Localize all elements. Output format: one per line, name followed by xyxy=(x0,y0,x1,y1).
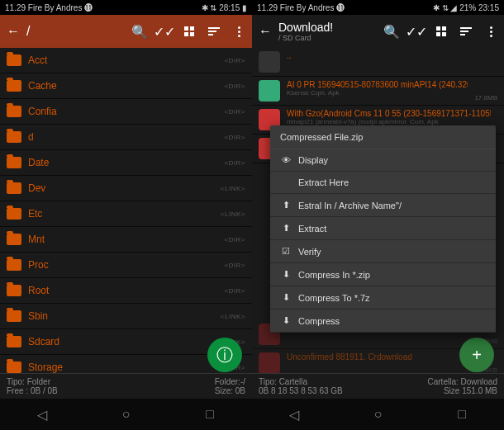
menu-item-label: Estral In / Archive Name"/ xyxy=(298,201,402,210)
check-icon[interactable]: ✓✓ xyxy=(408,23,425,40)
folder-icon xyxy=(7,80,21,92)
footer: Tipo: FolderFree : 0B / 0B Folder:-/Size… xyxy=(0,373,252,399)
dir-tag: <DIR> xyxy=(224,57,245,64)
dir-tag: <DIR> xyxy=(224,236,245,243)
more-icon[interactable] xyxy=(231,23,247,40)
folder-icon xyxy=(7,259,21,271)
folder-name: Sdcard xyxy=(28,336,214,347)
dir-tag: <LINK> xyxy=(221,210,245,218)
sort-icon[interactable] xyxy=(206,23,222,40)
folder-icon xyxy=(7,131,21,143)
sort-icon[interactable] xyxy=(458,23,474,40)
dir-tag: <LINK> xyxy=(221,313,245,320)
nav-recent-icon[interactable]: □ xyxy=(454,406,470,423)
search-icon[interactable]: 🔍 xyxy=(383,23,400,40)
nav-home-icon[interactable]: ○ xyxy=(117,406,134,423)
dir-tag: <DIR> xyxy=(224,287,245,295)
menu-item-label: Display xyxy=(298,155,328,165)
menu-item-icon: ⬆ xyxy=(280,223,292,234)
folder-name: Etc xyxy=(28,208,214,220)
file-list[interactable]: Acct <DIR> Cache <DIR> Confia <DIR> d <D… xyxy=(0,48,252,373)
folder-name: Dev xyxy=(28,182,214,194)
more-icon[interactable] xyxy=(483,23,499,40)
menu-item[interactable]: ⬇ Compress xyxy=(270,310,496,333)
nav-recent-icon[interactable]: □ xyxy=(202,406,218,423)
file-row[interactable]: AI 0 PR 156940515-80783600 minAPI14 (240… xyxy=(252,77,504,106)
folder-icon xyxy=(7,182,21,194)
dir-tag: <DIR> xyxy=(224,134,245,141)
dir-tag: <DIR> xyxy=(224,83,245,90)
folder-name: d xyxy=(28,131,217,143)
app-icon xyxy=(259,80,280,102)
folder-icon xyxy=(7,234,21,245)
folder-icon xyxy=(7,310,21,322)
search-icon[interactable]: 🔍 xyxy=(131,23,148,40)
dir-tag: <DIR> xyxy=(224,108,245,116)
nav-bar: ◁ ○ □ xyxy=(252,399,504,430)
file-row[interactable]: .. xyxy=(252,48,504,77)
menu-item[interactable]: ⬆ Estral In / Archive Name"/ xyxy=(270,194,496,217)
fab-info[interactable]: ⓘ xyxy=(207,338,242,372)
context-menu: Compressed File.zip 👁 Display Extract He… xyxy=(270,125,496,333)
menu-item-icon: ⬇ xyxy=(280,292,292,303)
folder-row[interactable]: Proc <DIR> xyxy=(0,253,252,278)
folder-name: Confia xyxy=(28,106,217,117)
folder-row[interactable]: Mnt <DIR> xyxy=(0,227,252,253)
folder-icon xyxy=(7,208,21,220)
folder-row[interactable]: Cache <DIR> xyxy=(0,73,252,99)
nav-back-icon[interactable]: ◁ xyxy=(286,406,302,423)
grid-icon[interactable] xyxy=(181,23,197,40)
check-icon[interactable]: ✓✓ xyxy=(156,23,173,40)
menu-item[interactable]: ☑ Verify xyxy=(270,240,496,263)
menu-item[interactable]: ⬆ Extract xyxy=(270,217,496,240)
menu-item[interactable]: Extract Here xyxy=(270,172,496,194)
folder-row[interactable]: Dev <LINK> xyxy=(0,176,252,201)
folder-icon xyxy=(7,336,21,347)
folder-row[interactable]: Root <DIR> xyxy=(0,278,252,304)
folder-name: Proc xyxy=(28,259,217,271)
menu-item[interactable]: ⬇ Compress In *.zip xyxy=(270,263,496,286)
menu-item[interactable]: 👁 Display xyxy=(270,149,496,172)
app-icon xyxy=(259,51,280,73)
menu-item-label: Verify xyxy=(298,247,321,257)
dir-tag: <LINK> xyxy=(221,185,245,192)
left-pane: 11.29 Fire By Andres ⓫ ✱ ⇅ 28:15 ▮ ← / 🔍… xyxy=(0,0,252,430)
folder-name: Storage xyxy=(28,361,217,373)
folder-row[interactable]: Date <DIR> xyxy=(0,150,252,176)
folder-name: Cache xyxy=(28,80,217,92)
folder-icon xyxy=(7,285,21,296)
dir-tag: <DIR> xyxy=(224,262,245,269)
fab-add[interactable]: + xyxy=(459,338,494,372)
menu-item[interactable]: ⬇ Compress To *.7z xyxy=(270,286,496,310)
menu-item-icon: ⬆ xyxy=(280,200,292,210)
folder-row[interactable]: Etc <LINK> xyxy=(0,201,252,227)
nav-back-icon[interactable]: ◁ xyxy=(34,406,50,423)
menu-item-label: Compress To *.7z xyxy=(298,293,370,303)
menu-item-icon: ⬇ xyxy=(280,269,292,280)
grid-icon[interactable] xyxy=(433,23,449,40)
folder-name: Date xyxy=(28,157,217,168)
app-icon xyxy=(259,352,280,373)
nav-home-icon[interactable]: ○ xyxy=(369,406,386,423)
back-icon[interactable]: ← xyxy=(5,23,21,40)
folder-name: Root xyxy=(28,285,217,296)
status-bar: 11.29 Fire By Andres ⓫ ✱ ⇅ ◢ 21% 23:15 xyxy=(252,0,504,15)
menu-title: Compressed File.zip xyxy=(270,125,496,149)
folder-name: Acct xyxy=(28,54,217,66)
folder-row[interactable]: Sbin <LINK> xyxy=(0,304,252,329)
folder-icon xyxy=(7,157,21,168)
right-pane: 11.29 Fire By Andres ⓫ ✱ ⇅ ◢ 21% 23:15 ←… xyxy=(252,0,504,430)
menu-item-label: Compress In *.zip xyxy=(298,270,370,280)
folder-row[interactable]: d <DIR> xyxy=(0,125,252,150)
folder-row[interactable]: Acct <DIR> xyxy=(0,48,252,73)
folder-name: Sbin xyxy=(28,310,214,322)
folder-icon xyxy=(7,361,21,373)
folder-row[interactable]: Confia <DIR> xyxy=(0,99,252,125)
path-title[interactable]: Download! xyxy=(278,21,333,34)
dir-tag: <DIR> xyxy=(224,159,245,167)
path-title[interactable]: / xyxy=(26,24,30,39)
back-icon[interactable]: ← xyxy=(257,23,273,40)
menu-item-label: Extract xyxy=(298,224,326,234)
menu-item-label: Extract Here xyxy=(298,177,349,187)
folder-icon xyxy=(7,106,21,117)
